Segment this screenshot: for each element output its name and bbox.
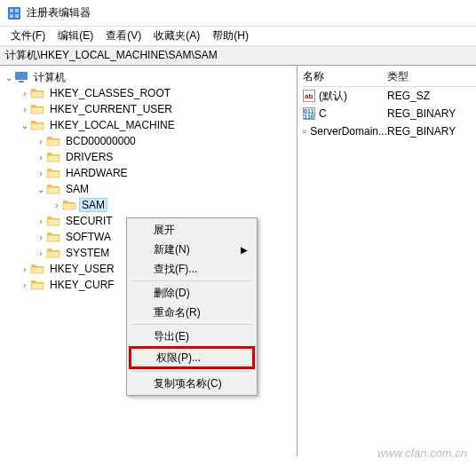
expander-icon[interactable]: ⌄ <box>36 185 46 194</box>
folder-icon <box>46 167 60 179</box>
folder-icon <box>30 263 44 275</box>
folder-icon <box>30 87 44 99</box>
svg-rect-5 <box>15 72 28 80</box>
computer-icon <box>14 71 28 83</box>
svg-rect-2 <box>15 9 19 12</box>
reg-binary-icon: 011110 <box>303 107 315 120</box>
folder-icon <box>30 119 44 131</box>
address-bar[interactable]: 计算机\HKEY_LOCAL_MACHINE\SAM\SAM <box>0 46 476 66</box>
expander-icon[interactable]: ⌄ <box>4 73 14 83</box>
ctx-rename[interactable]: 重命名(R) <box>129 303 255 322</box>
list-pane[interactable]: 名称 类型 ab(默认)REG_SZ011110CREG_BINARY01111… <box>298 66 476 456</box>
expander-icon[interactable]: › <box>36 248 46 258</box>
expander-icon[interactable]: › <box>36 169 46 178</box>
folder-icon <box>46 215 60 227</box>
submenu-arrow-icon: ▶ <box>241 245 248 255</box>
tree-drivers[interactable]: › DRIVERS <box>4 149 297 165</box>
menu-edit[interactable]: 编辑(E) <box>52 27 99 45</box>
address-text: 计算机\HKEY_LOCAL_MACHINE\SAM\SAM <box>5 48 218 63</box>
value-name: (默认) <box>319 89 347 104</box>
folder-icon <box>46 183 60 195</box>
value-type: REG_SZ <box>387 90 430 102</box>
tree-sam-sam[interactable]: › SAM <box>4 197 297 213</box>
value-type: REG_BINARY <box>387 107 456 120</box>
folder-icon <box>30 279 44 291</box>
value-type: REG_BINARY <box>387 125 456 138</box>
expander-icon[interactable]: › <box>20 105 30 114</box>
list-row[interactable]: 011110CREG_BINARY <box>303 105 476 122</box>
ctx-delete[interactable]: 删除(D) <box>129 283 255 303</box>
ctx-expand[interactable]: 展开 <box>129 220 255 240</box>
svg-text:110: 110 <box>304 114 314 120</box>
reg-binary-icon: 011110 <box>303 125 306 138</box>
svg-rect-4 <box>15 14 19 18</box>
svg-rect-3 <box>10 14 13 18</box>
expander-icon[interactable]: › <box>20 89 30 99</box>
titlebar: 注册表编辑器 <box>0 0 476 27</box>
list-header[interactable]: 名称 类型 <box>303 69 476 87</box>
watermark: www.cfan.com.cn <box>377 446 467 460</box>
list-row[interactable]: 011110ServerDomain...REG_BINARY <box>303 122 476 140</box>
expander-icon[interactable]: › <box>36 137 46 146</box>
menu-favorites[interactable]: 收藏夹(A) <box>148 27 205 45</box>
menu-help[interactable]: 帮助(H) <box>207 27 254 45</box>
ctx-permissions[interactable]: 权限(P)... <box>129 346 255 369</box>
expander-icon[interactable]: › <box>20 264 30 274</box>
folder-icon <box>46 231 60 243</box>
list-row[interactable]: ab(默认)REG_SZ <box>303 87 476 105</box>
folder-icon <box>46 151 60 163</box>
separator <box>132 324 251 325</box>
col-type[interactable]: 类型 <box>387 69 409 84</box>
value-name: ServerDomain... <box>310 125 387 138</box>
col-name[interactable]: 名称 <box>303 69 387 84</box>
context-menu: 展开 新建(N)▶ 查找(F)... 删除(D) 重命名(R) 导出(E) 权限… <box>126 217 258 396</box>
menu-file[interactable]: 文件(F) <box>5 27 51 45</box>
tree-root[interactable]: ⌄ 计算机 <box>4 69 297 85</box>
menubar: 文件(F) 编辑(E) 查看(V) 收藏夹(A) 帮助(H) <box>0 27 476 46</box>
menu-view[interactable]: 查看(V) <box>100 27 147 45</box>
value-name: C <box>319 107 327 120</box>
tree-sam[interactable]: ⌄ SAM <box>4 181 297 197</box>
expander-icon[interactable]: › <box>52 201 62 210</box>
folder-icon <box>62 199 76 211</box>
separator <box>132 371 251 372</box>
tree-bcd[interactable]: › BCD00000000 <box>4 133 297 149</box>
svg-text:ab: ab <box>305 92 313 100</box>
folder-icon <box>46 247 60 259</box>
svg-rect-1 <box>10 9 13 12</box>
reg-sz-icon: ab <box>303 90 315 102</box>
tree-hkcu[interactable]: › HKEY_CURRENT_USER <box>4 101 297 117</box>
ctx-copykey[interactable]: 复制项名称(C) <box>129 374 255 393</box>
window-title: 注册表编辑器 <box>27 5 91 20</box>
expander-icon[interactable]: › <box>36 217 46 226</box>
ctx-export[interactable]: 导出(E) <box>129 327 255 346</box>
folder-icon <box>46 135 60 147</box>
regedit-icon <box>7 6 21 20</box>
svg-rect-6 <box>19 81 24 83</box>
ctx-find[interactable]: 查找(F)... <box>129 259 255 279</box>
folder-icon <box>30 103 44 115</box>
expander-icon[interactable]: › <box>36 153 46 162</box>
expander-icon[interactable]: ⌄ <box>20 121 30 130</box>
expander-icon[interactable]: › <box>20 280 30 290</box>
expander-icon[interactable]: › <box>36 232 46 242</box>
tree-hkcr[interactable]: › HKEY_CLASSES_ROOT <box>4 85 297 101</box>
separator <box>132 280 251 281</box>
svg-text:110: 110 <box>303 131 306 133</box>
ctx-new[interactable]: 新建(N)▶ <box>129 240 255 259</box>
tree-hardware[interactable]: › HARDWARE <box>4 165 297 181</box>
tree-hklm[interactable]: ⌄ HKEY_LOCAL_MACHINE <box>4 117 297 133</box>
